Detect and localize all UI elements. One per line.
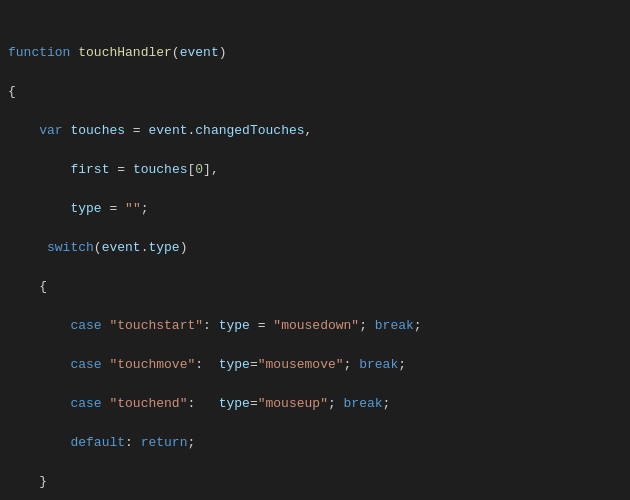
line-6: switch(event.type) bbox=[8, 238, 622, 258]
line-4: first = touches[0], bbox=[8, 160, 622, 180]
line-11: default: return; bbox=[8, 433, 622, 453]
line-3: var touches = event.changedTouches, bbox=[8, 121, 622, 141]
line-2: { bbox=[8, 82, 622, 102]
line-12: } bbox=[8, 472, 622, 492]
line-1: function touchHandler(event) bbox=[8, 43, 622, 63]
code-editor: function touchHandler(event) { var touch… bbox=[0, 0, 630, 500]
line-8: case "touchstart": type = "mousedown"; b… bbox=[8, 316, 622, 336]
line-9: case "touchmove": type="mousemove"; brea… bbox=[8, 355, 622, 375]
line-7: { bbox=[8, 277, 622, 297]
line-10: case "touchend": type="mouseup"; break; bbox=[8, 394, 622, 414]
line-5: type = ""; bbox=[8, 199, 622, 219]
